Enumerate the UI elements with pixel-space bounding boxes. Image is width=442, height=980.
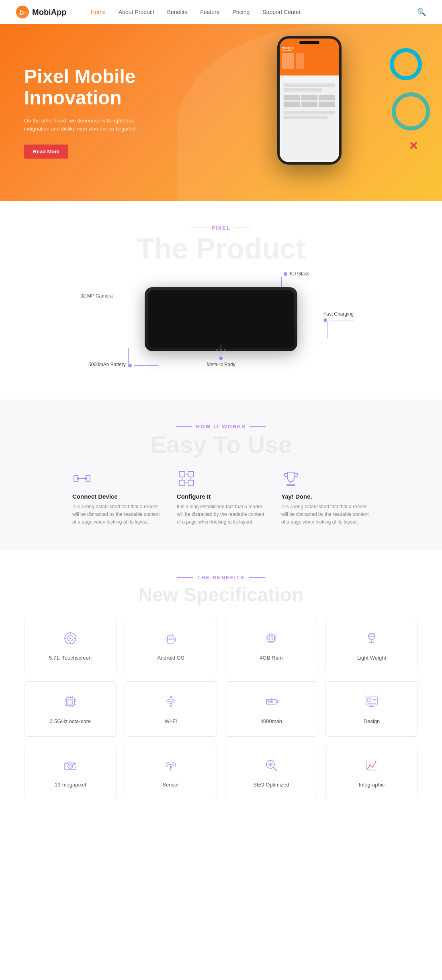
nav-home[interactable]: Home: [91, 9, 106, 15]
svg-rect-14: [287, 484, 295, 485]
benefit-card-design[interactable]: Design: [325, 681, 418, 737]
seo-label: SEO Optimized: [233, 782, 309, 788]
how-card-connect: Connect Device It is a long established …: [72, 469, 161, 526]
svg-rect-43: [270, 637, 273, 640]
search-icon[interactable]: 🔍: [417, 8, 426, 16]
circle-decoration-2: [392, 92, 430, 130]
svg-rect-7: [179, 480, 185, 486]
phone-flat-device: [145, 287, 297, 351]
connect-card-desc: It is a long established fact that a rea…: [72, 503, 161, 526]
benefit-card-touchscreen[interactable]: 5.71. Touchscreen: [24, 618, 117, 673]
hero-content: Pixel Mobile Innovation On the other han…: [0, 42, 169, 183]
nav-pricing[interactable]: Pricing: [232, 9, 250, 15]
annotation-fast-charging: Fast Charging: [323, 311, 354, 338]
hero-title: Pixel Mobile Innovation: [24, 66, 145, 109]
how-card-configure: Configure It It is a long established fa…: [177, 469, 265, 526]
svg-point-90: [369, 764, 371, 766]
hero-phone-mockup: Moto MobileInnovation: [277, 36, 350, 165]
hero-read-more-button[interactable]: Read More: [24, 145, 68, 159]
light-weight-label: Light Weight: [334, 655, 409, 661]
logo[interactable]: ▷ MobiApp: [16, 6, 67, 18]
configure-icon: [177, 469, 196, 488]
label-6d-glass: 6D Glass: [290, 271, 309, 277]
benefit-card-processor[interactable]: 2.5GHz octa-core: [24, 681, 117, 737]
benefit-card-wifi[interactable]: Wi-Fi: [125, 681, 217, 737]
svg-rect-5: [179, 471, 185, 477]
how-card-done: Yay! Done. It is a long established fact…: [281, 469, 370, 526]
nav-support[interactable]: Support Center: [262, 9, 301, 15]
touchscreen-icon: [33, 630, 108, 650]
wifi-icon: [133, 694, 209, 713]
infographic-label: Infographic: [334, 782, 409, 788]
chip-icon: [233, 630, 309, 650]
phone-device: Moto MobileInnovation: [277, 36, 342, 165]
design-icon: [334, 694, 409, 713]
processor-icon: [33, 694, 108, 713]
benefit-card-sensor[interactable]: Sensor: [125, 745, 217, 800]
benefit-card-infographic[interactable]: Infographic: [325, 745, 418, 800]
touchscreen-label: 5.71. Touchscreen: [33, 655, 108, 661]
svg-point-78: [74, 764, 75, 765]
logo-icon: ▷: [16, 6, 29, 18]
benefits-section-label: The Benefits: [24, 575, 418, 581]
android-icon: [133, 630, 209, 650]
nav-benefits[interactable]: Benefits: [167, 9, 188, 15]
label-32mp: 32 MP Camera: [80, 293, 113, 299]
svg-point-76: [68, 764, 73, 768]
label-metallic: Metallic Body: [207, 362, 235, 367]
connect-icon: [72, 469, 92, 488]
benefit-card-light-weight[interactable]: Light Weight: [325, 618, 418, 673]
phone-notch: [299, 41, 319, 44]
svg-point-21: [70, 638, 71, 639]
svg-point-77: [69, 765, 72, 767]
x-decoration: ✕: [409, 139, 418, 153]
svg-line-83: [273, 767, 276, 770]
phone-flat: [145, 287, 297, 351]
seo-icon: [233, 757, 309, 777]
navbar: ▷ MobiApp Home About Product Benefits Fe…: [0, 0, 442, 24]
svg-rect-66: [276, 701, 278, 703]
svg-point-64: [170, 696, 172, 698]
product-diagram: 6D Glass 32 MP Camera: [80, 271, 362, 367]
svg-point-81: [170, 766, 172, 768]
nav-feature[interactable]: Feature: [200, 9, 219, 15]
svg-rect-8: [188, 480, 194, 486]
benefit-card-seo[interactable]: SEO Optimized: [225, 745, 317, 800]
android-label: Android OS: [133, 655, 209, 661]
done-card-title: Yay! Done.: [281, 493, 370, 500]
logo-text: MobiApp: [32, 8, 67, 17]
wifi-label: Wi-Fi: [133, 718, 209, 724]
product-section: PIXEL The Product 6D Glass 32 MP Camera: [0, 201, 442, 399]
label-battery: 5000mAh Battery: [88, 362, 126, 367]
svg-point-89: [367, 768, 368, 769]
benefit-card-ram[interactable]: 4GB Ram: [225, 618, 317, 673]
benefits-section: The Benefits New Specification 5.71. Tou…: [0, 550, 442, 816]
trophy-icon: [281, 469, 301, 488]
configure-card-title: Configure It: [177, 493, 265, 500]
phone-inner-body: [282, 82, 337, 160]
benefit-card-android[interactable]: Android OS: [125, 618, 217, 673]
sensor-label: Sensor: [133, 782, 209, 788]
svg-rect-22: [168, 636, 174, 643]
benefit-card-battery[interactable]: 4000mah: [225, 681, 317, 737]
svg-point-91: [372, 766, 373, 768]
benefits-grid: 5.71. Touchscreen Android OS: [24, 618, 418, 800]
phone-flat-button: [297, 313, 297, 325]
connect-card-title: Connect Device: [72, 493, 161, 500]
benefit-card-camera[interactable]: 13-megapixel: [24, 745, 117, 800]
done-card-desc: It is a long established fact that a rea…: [281, 503, 370, 526]
infographic-icon: [334, 757, 409, 777]
label-fast-charging: Fast Charging: [323, 311, 354, 317]
product-bg-title: The Product: [16, 234, 426, 263]
configure-card-desc: It is a long established fact that a rea…: [177, 503, 265, 526]
svg-rect-61: [68, 699, 73, 704]
svg-point-29: [172, 637, 173, 638]
camera-icon: [33, 757, 108, 777]
nav-links: Home About Product Benefits Feature Pric…: [91, 8, 417, 16]
hero-section: Pixel Mobile Innovation On the other han…: [0, 24, 442, 201]
svg-point-4: [85, 477, 87, 480]
nav-about[interactable]: About Product: [119, 9, 154, 15]
circle-decoration-1: [390, 48, 422, 80]
how-cards: Connect Device It is a long established …: [32, 469, 410, 526]
svg-point-92: [375, 761, 377, 763]
